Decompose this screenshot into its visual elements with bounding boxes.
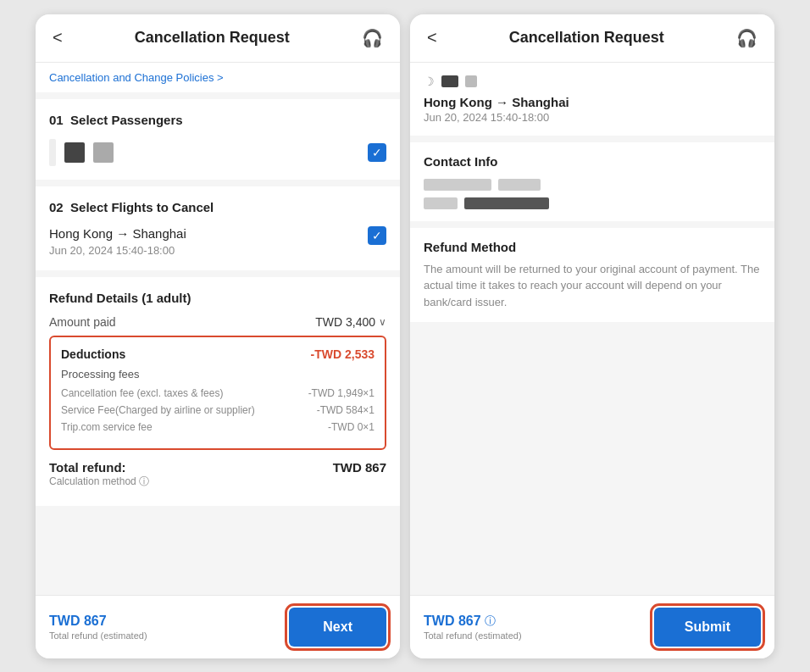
deductions-value: -TWD 2,533 — [311, 347, 374, 361]
total-refund-value: TWD 867 — [333, 460, 386, 475]
avatar-thin — [49, 139, 56, 166]
chevron-down-icon: ∨ — [379, 316, 386, 328]
bottom-sub-right: Total refund (estimated) — [424, 630, 522, 641]
fee-row-2: Service Fee(Charged by airline or suppli… — [61, 404, 374, 416]
contact-phone-value — [464, 197, 549, 209]
avatar-gray — [93, 142, 114, 163]
contact-type-block — [498, 179, 541, 191]
back-icon-right[interactable]: < — [427, 28, 437, 47]
section-passengers: 01 Select Passengers ✓ — [36, 99, 400, 180]
deductions-label: Deductions — [61, 347, 125, 361]
contact-section: Contact Info — [410, 142, 774, 221]
deductions-box: Deductions -TWD 2,533 Processing fees Ca… — [49, 336, 386, 450]
amount-paid-label: Amount paid — [49, 315, 116, 329]
right-content: ☽ Hong Kong → Shanghai Jun 20, 2024 15:4… — [410, 63, 774, 595]
section2-title: 02 Select Flights to Cancel — [49, 200, 386, 214]
bottom-amount-info: TWD 867 ⓘ — [424, 614, 522, 629]
fee3-value: -TWD 0×1 — [328, 421, 374, 433]
contact-row1 — [424, 179, 761, 191]
right-header-title: Cancellation Request — [509, 29, 664, 47]
avatar-dark — [64, 142, 85, 163]
moon-icon: ☽ — [424, 75, 435, 88]
next-button[interactable]: Next — [289, 608, 386, 647]
left-header: < Cancellation Request 🎧 — [36, 14, 400, 63]
calc-method[interactable]: Calculation method ⓘ — [49, 475, 149, 489]
refund-method-section: Refund Method The amount will be returne… — [410, 228, 774, 323]
amount-paid-row: Amount paid TWD 3,400 ∨ — [49, 315, 386, 329]
section-flights: 02 Select Flights to Cancel Hong Kong → … — [36, 186, 400, 270]
fee2-label: Service Fee(Charged by airline or suppli… — [61, 404, 317, 416]
right-flight-date: Jun 20, 2024 15:40-18:00 — [424, 111, 761, 124]
right-flight-route: Hong Kong → Shanghai — [424, 95, 761, 109]
refund-method-description: The amount will be returned to your orig… — [424, 261, 761, 311]
right-header: < Cancellation Request 🎧 — [410, 14, 774, 63]
info-icon[interactable]: ⓘ — [485, 614, 496, 629]
fee-row-1: Cancellation fee (excl. taxes & fees) -T… — [61, 387, 374, 399]
bottom-left-info: TWD 867 Total refund (estimated) — [49, 614, 147, 641]
contact-name-block — [424, 179, 491, 191]
bottom-amount-right: TWD 867 — [424, 614, 481, 629]
flight-summary-card: ☽ Hong Kong → Shanghai Jun 20, 2024 15:4… — [410, 63, 774, 136]
section2-number: 02 — [49, 200, 64, 214]
flight-checkbox[interactable]: ✓ — [368, 226, 386, 245]
contact-title: Contact Info — [424, 154, 761, 169]
fee1-value: -TWD 1,949×1 — [308, 387, 374, 399]
fee3-label: Trip.com service fee — [61, 421, 328, 433]
submit-button[interactable]: Submit — [654, 608, 761, 647]
refund-title: Refund Details (1 adult) — [49, 291, 386, 305]
section1-title: 01 Select Passengers — [49, 113, 386, 127]
back-icon[interactable]: < — [53, 28, 63, 47]
bottom-right-info: TWD 867 ⓘ Total refund (estimated) — [424, 614, 522, 641]
right-screen: < Cancellation Request 🎧 ☽ Hong Kong → S… — [410, 14, 774, 658]
left-content: Cancellation and Change Policies > 01 Se… — [36, 63, 400, 595]
policy-link-bar: Cancellation and Change Policies > — [36, 63, 400, 92]
bottom-sub-left: Total refund (estimated) — [49, 630, 147, 641]
amount-paid-value[interactable]: TWD 3,400 ∨ — [315, 315, 386, 329]
right-bottom-bar: TWD 867 ⓘ Total refund (estimated) Submi… — [410, 595, 774, 658]
processing-fees-label: Processing fees — [61, 368, 374, 380]
passenger-checkbox[interactable]: ✓ — [368, 143, 386, 162]
fee2-value: -TWD 584×1 — [317, 404, 374, 416]
deductions-header: Deductions -TWD 2,533 — [61, 347, 374, 361]
section1-number: 01 — [49, 113, 64, 127]
total-refund-left: Total refund: Calculation method ⓘ — [49, 460, 149, 489]
policy-link[interactable]: Cancellation and Change Policies > — [49, 71, 386, 84]
refund-method-title: Refund Method — [424, 240, 761, 254]
refund-details-section: Refund Details (1 adult) Amount paid TWD… — [36, 277, 400, 506]
flight-date: Jun 20, 2024 15:40-18:00 — [49, 244, 186, 257]
contact-phone-label — [424, 197, 458, 209]
headset-icon-right[interactable]: 🎧 — [736, 28, 757, 48]
headset-icon-left[interactable]: 🎧 — [362, 28, 383, 48]
fee-row-3: Trip.com service fee -TWD 0×1 — [61, 421, 374, 433]
left-bottom-bar: TWD 867 Total refund (estimated) Next — [36, 595, 400, 658]
fee1-label: Cancellation fee (excl. taxes & fees) — [61, 387, 308, 399]
airline-logo-gray — [465, 75, 477, 87]
flight-card-top: ☽ — [424, 75, 761, 88]
flight-info: Hong Kong → Shanghai Jun 20, 2024 15:40-… — [49, 226, 186, 257]
bottom-amount-left: TWD 867 — [49, 614, 147, 629]
total-refund-row: Total refund: Calculation method ⓘ TWD 8… — [49, 460, 386, 489]
contact-row2 — [424, 197, 761, 209]
airline-logo-dark — [441, 75, 458, 87]
left-header-title: Cancellation Request — [135, 29, 290, 47]
passenger-row: ✓ — [49, 139, 386, 166]
screens-container: < Cancellation Request 🎧 Cancellation an… — [22, 1, 788, 672]
flight-select-row: Hong Kong → Shanghai Jun 20, 2024 15:40-… — [49, 226, 386, 257]
total-refund-label: Total refund: — [49, 460, 149, 475]
left-screen: < Cancellation Request 🎧 Cancellation an… — [36, 14, 400, 658]
flight-route: Hong Kong → Shanghai — [49, 226, 186, 241]
